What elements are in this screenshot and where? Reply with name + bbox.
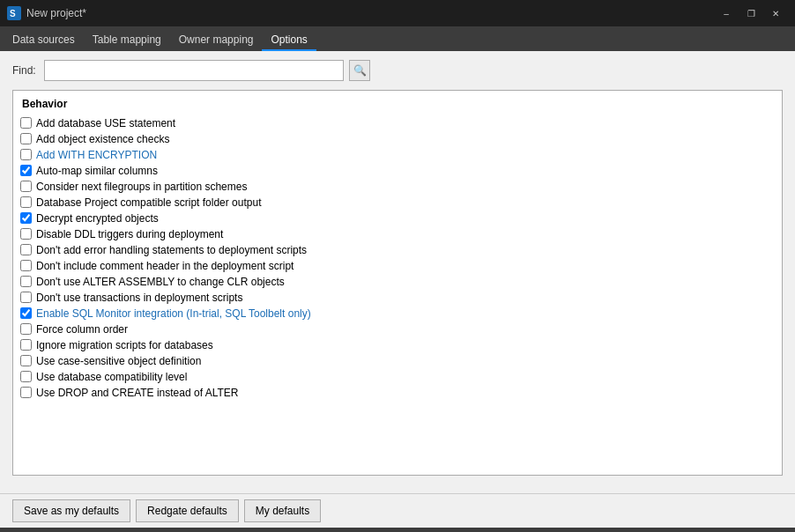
option-checkbox[interactable]: [20, 292, 32, 303]
minimize-button[interactable]: –: [714, 0, 739, 26]
list-item: Don't add error handling statements to d…: [20, 242, 778, 258]
option-label[interactable]: Use case-sensitive object definition: [36, 354, 201, 368]
option-label[interactable]: Decrypt encrypted objects: [36, 211, 159, 225]
option-label[interactable]: Don't use ALTER ASSEMBLY to change CLR o…: [36, 275, 285, 289]
option-checkbox[interactable]: [20, 387, 32, 398]
list-item: Don't use ALTER ASSEMBLY to change CLR o…: [20, 274, 778, 290]
list-item: Add object existence checks: [20, 131, 778, 147]
list-item: Use DROP and CREATE instead of ALTER: [20, 385, 778, 401]
option-checkbox[interactable]: [20, 307, 32, 319]
option-checkbox[interactable]: [20, 323, 32, 335]
option-label[interactable]: Disable DDL triggers during deployment: [36, 227, 223, 241]
list-item: Use database compatibility level: [20, 369, 778, 385]
option-label[interactable]: Use DROP and CREATE instead of ALTER: [36, 386, 238, 400]
option-checkbox[interactable]: [20, 228, 32, 240]
option-checkbox[interactable]: [20, 181, 32, 192]
tab-owner-mapping[interactable]: Owner mapping: [170, 29, 263, 51]
option-checkbox[interactable]: [20, 165, 32, 176]
find-input[interactable]: [44, 60, 344, 81]
list-item: Add WITH ENCRYPTION: [20, 147, 778, 163]
my-defaults-button[interactable]: My defaults: [244, 499, 321, 522]
options-list: Add database USE statementAdd object exi…: [20, 115, 778, 401]
list-item: Decrypt encrypted objects: [20, 211, 778, 226]
main-content: Find: 🔍 Behavior Add database USE statem…: [0, 51, 795, 493]
option-checkbox[interactable]: [20, 339, 32, 351]
close-button[interactable]: ✕: [763, 0, 788, 26]
redgate-defaults-button[interactable]: Redgate defaults: [136, 499, 239, 522]
list-item: Database Project compatible script folde…: [20, 195, 778, 211]
search-icon: 🔍: [353, 64, 367, 77]
menu-bar: Data sources Table mapping Owner mapping…: [0, 26, 795, 51]
option-label[interactable]: Force column order: [36, 322, 128, 336]
option-checkbox[interactable]: [20, 149, 32, 160]
app-icon: S: [7, 6, 21, 20]
find-row: Find: 🔍: [12, 60, 783, 81]
tab-data-sources[interactable]: Data sources: [4, 29, 84, 51]
list-item: Enable SQL Monitor integration (In-trial…: [20, 306, 778, 321]
list-item: Don't use transactions in deployment scr…: [20, 290, 778, 306]
footer-bar: Save Save as... → ⇄ ← Compare now Cancel…: [0, 528, 795, 532]
option-label[interactable]: Use database compatibility level: [36, 370, 187, 384]
list-item: Add database USE statement: [20, 115, 778, 131]
list-item: Force column order: [20, 321, 778, 337]
list-item: Disable DDL triggers during deployment: [20, 226, 778, 242]
tab-table-mapping[interactable]: Table mapping: [84, 29, 170, 51]
option-checkbox[interactable]: [20, 117, 32, 129]
option-checkbox[interactable]: [20, 260, 32, 271]
search-button[interactable]: 🔍: [349, 60, 370, 81]
option-label[interactable]: Ignore migration scripts for databases: [36, 338, 213, 352]
window-controls: – ❐ ✕: [714, 0, 788, 26]
list-item: Don't include comment header in the depl…: [20, 258, 778, 274]
option-label[interactable]: Add WITH ENCRYPTION: [36, 148, 157, 162]
svg-text:S: S: [10, 9, 16, 18]
option-checkbox[interactable]: [20, 276, 32, 287]
tab-options[interactable]: Options: [262, 29, 316, 51]
list-item: Auto-map similar columns: [20, 163, 778, 179]
option-checkbox[interactable]: [20, 133, 32, 144]
list-item: Ignore migration scripts for databases: [20, 337, 778, 353]
option-checkbox[interactable]: [20, 355, 32, 366]
option-label[interactable]: Don't use transactions in deployment scr…: [36, 291, 242, 305]
option-label[interactable]: Database Project compatible script folde…: [36, 196, 261, 210]
option-label[interactable]: Add database USE statement: [36, 116, 175, 130]
title-bar: S New project* – ❐ ✕: [0, 0, 795, 26]
option-label[interactable]: Add object existence checks: [36, 132, 169, 146]
list-item: Use case-sensitive object definition: [20, 353, 778, 369]
options-panel: Behavior Add database USE statementAdd o…: [12, 90, 783, 476]
behavior-header: Behavior: [20, 98, 778, 110]
option-checkbox[interactable]: [20, 212, 32, 224]
option-label[interactable]: Don't include comment header in the depl…: [36, 259, 293, 273]
option-label[interactable]: Consider next filegroups in partition sc…: [36, 180, 247, 194]
find-label: Find:: [12, 64, 39, 77]
bottom-buttons-row: Save as my defaults Redgate defaults My …: [0, 493, 795, 528]
option-checkbox[interactable]: [20, 371, 32, 382]
list-item: Consider next filegroups in partition sc…: [20, 179, 778, 195]
save-as-my-defaults-button[interactable]: Save as my defaults: [12, 499, 130, 522]
option-label[interactable]: Enable SQL Monitor integration (In-trial…: [36, 307, 311, 321]
option-label[interactable]: Don't add error handling statements to d…: [36, 243, 307, 257]
option-label[interactable]: Auto-map similar columns: [36, 164, 158, 178]
option-checkbox[interactable]: [20, 244, 32, 255]
window-title: New project*: [26, 7, 714, 19]
panel-content[interactable]: Behavior Add database USE statementAdd o…: [13, 91, 782, 475]
option-checkbox[interactable]: [20, 196, 32, 208]
maximize-button[interactable]: ❐: [739, 0, 763, 26]
